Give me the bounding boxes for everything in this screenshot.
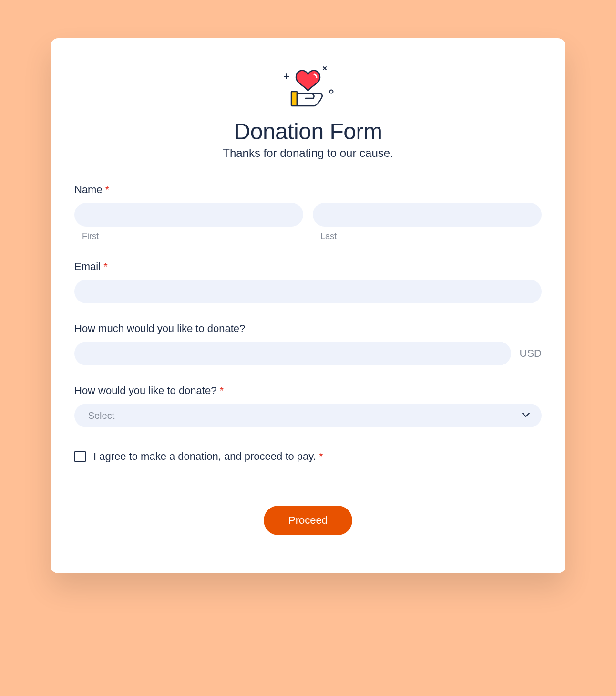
last-name-input[interactable] — [313, 203, 542, 227]
email-group: Email * — [74, 260, 542, 303]
method-label: How would you like to donate? * — [74, 384, 542, 397]
form-header: Donation Form Thanks for donating to our… — [74, 62, 542, 160]
name-label: Name * — [74, 184, 542, 196]
method-select[interactable]: -Select- — [74, 404, 542, 427]
agree-row: I agree to make a donation, and proceed … — [74, 450, 542, 463]
page-title: Donation Form — [74, 118, 542, 145]
last-name-sublabel: Last — [313, 231, 542, 241]
required-mark: * — [105, 184, 110, 196]
method-select-value: -Select- — [85, 410, 118, 421]
donation-logo-icon — [74, 62, 542, 114]
method-group: How would you like to donate? * -Select- — [74, 384, 542, 427]
currency-label: USD — [520, 347, 542, 360]
donation-form-card: Donation Form Thanks for donating to our… — [51, 38, 565, 573]
first-name-input[interactable] — [74, 203, 303, 227]
agree-checkbox[interactable] — [74, 451, 86, 462]
amount-group: How much would you like to donate? USD — [74, 322, 542, 365]
svg-point-4 — [330, 90, 333, 93]
first-name-sublabel: First — [74, 231, 303, 241]
proceed-button[interactable]: Proceed — [264, 506, 352, 535]
page-subtitle: Thanks for donating to our cause. — [74, 146, 542, 160]
email-input[interactable] — [74, 280, 542, 303]
email-label: Email * — [74, 260, 542, 273]
agree-label: I agree to make a donation, and proceed … — [93, 450, 323, 463]
amount-input[interactable] — [74, 342, 511, 365]
submit-wrap: Proceed — [74, 506, 542, 535]
required-mark: * — [103, 260, 108, 272]
required-mark: * — [319, 450, 323, 462]
svg-rect-5 — [291, 92, 297, 106]
required-mark: * — [220, 384, 224, 396]
amount-label: How much would you like to donate? — [74, 322, 542, 335]
chevron-down-icon — [522, 411, 530, 420]
name-group: Name * First Last — [74, 184, 542, 241]
